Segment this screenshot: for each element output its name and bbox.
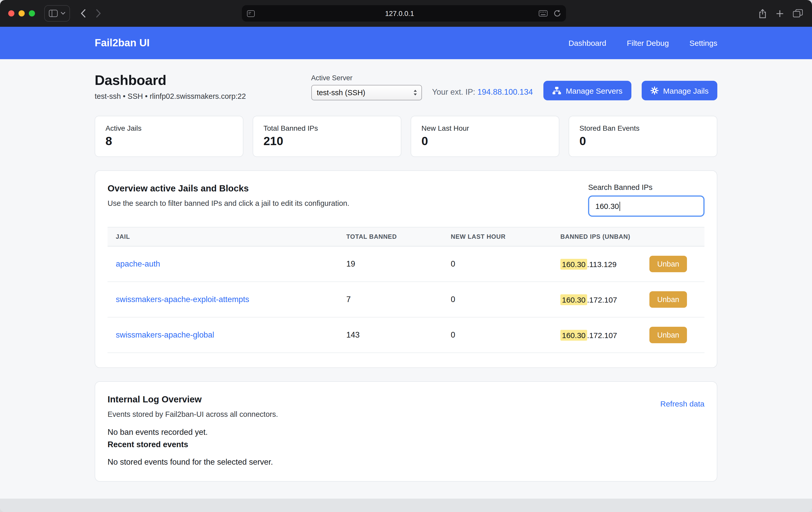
table-row: apache-auth 19 0 160.30.113.129 Unban xyxy=(108,247,704,282)
page-header: Dashboard test-ssh • SSH • rlinfp02.swis… xyxy=(95,73,717,100)
minimize-window-button[interactable] xyxy=(19,10,25,17)
ip-match-highlight: 160.30 xyxy=(560,330,587,340)
stat-value: 210 xyxy=(263,134,390,148)
new-last-hour-value: 0 xyxy=(451,259,560,268)
app-brand[interactable]: Fail2ban UI xyxy=(95,37,149,49)
nav-link-settings[interactable]: Settings xyxy=(690,38,717,47)
column-header-banned-ips: BANNED IPS (UNBAN) xyxy=(560,233,704,240)
text-caret xyxy=(619,201,620,211)
new-last-hour-value: 0 xyxy=(451,295,560,304)
chevron-down-icon xyxy=(61,12,65,15)
reload-icon[interactable] xyxy=(554,10,561,17)
table-row: swissmakers-apache-global 143 0 160.30.1… xyxy=(108,317,704,353)
column-header-total-banned: TOTAL BANNED xyxy=(346,233,451,240)
sidebar-icon xyxy=(49,10,58,17)
stat-card-total-banned: Total Banned IPs 210 xyxy=(253,116,401,157)
log-subtitle: Events stored by Fail2ban-UI across all … xyxy=(108,410,278,418)
manage-jails-button[interactable]: Manage Jails xyxy=(641,81,717,100)
stat-label: Active Jails xyxy=(106,124,233,132)
manage-servers-button[interactable]: Manage Servers xyxy=(543,81,631,100)
url-text: 127.0.0.1 xyxy=(260,9,539,17)
zoom-window-button[interactable] xyxy=(29,10,35,17)
tabs-overview-icon[interactable] xyxy=(793,9,803,18)
select-arrows-icon xyxy=(413,89,417,96)
new-last-hour-value: 0 xyxy=(451,330,560,340)
column-header-new-last-hour: NEW LAST HOUR xyxy=(451,233,560,240)
stat-card-active-jails: Active Jails 8 xyxy=(95,116,243,157)
app-navbar: Fail2ban UI Dashboard Filter Debug Setti… xyxy=(0,27,812,59)
stat-card-stored-ban-events: Stored Ban Events 0 xyxy=(569,116,717,157)
browser-chrome: 127.0.0.1 xyxy=(0,0,812,27)
jail-link[interactable]: swissmakers-apache-exploit-attempts xyxy=(116,295,249,304)
banned-ip: 160.30.113.129 xyxy=(560,260,616,268)
stat-label: Stored Ban Events xyxy=(579,124,706,132)
stat-value: 8 xyxy=(106,134,233,148)
active-server-select[interactable]: test-ssh (SSH) xyxy=(311,85,422,100)
browser-window: 127.0.0.1 xyxy=(0,0,812,512)
search-input-value: 160.30 xyxy=(596,202,619,210)
stat-value: 0 xyxy=(422,134,549,148)
ip-rest: .113.129 xyxy=(587,260,617,268)
forward-button[interactable] xyxy=(91,6,106,21)
jail-link[interactable]: apache-auth xyxy=(116,259,160,268)
ip-rest: .172.107 xyxy=(587,295,617,304)
back-button[interactable] xyxy=(75,6,91,21)
stat-label: New Last Hour xyxy=(422,124,549,132)
external-ip-label: Your ext. IP: xyxy=(432,87,475,96)
refresh-data-link[interactable]: Refresh data xyxy=(660,399,704,408)
search-banned-ips-input[interactable]: 160.30 xyxy=(588,196,704,217)
external-ip: Your ext. IP: 194.88.100.134 xyxy=(432,87,533,97)
unban-button[interactable]: Unban xyxy=(650,291,687,308)
close-window-button[interactable] xyxy=(8,10,14,17)
active-server-label: Active Server xyxy=(311,74,422,82)
unban-button[interactable]: Unban xyxy=(650,256,687,272)
no-ban-events-text: No ban events recorded yet. xyxy=(108,428,704,437)
total-banned-value: 143 xyxy=(346,330,451,340)
search-banned-ips-label: Search Banned IPs xyxy=(588,183,704,192)
new-tab-icon[interactable] xyxy=(776,9,784,17)
column-header-jail: JAIL xyxy=(108,233,346,240)
gear-icon xyxy=(650,86,658,95)
stats-row: Active Jails 8 Total Banned IPs 210 New … xyxy=(95,116,717,157)
sidebar-toggle-button[interactable] xyxy=(44,5,70,22)
internal-log-card: Internal Log Overview Events stored by F… xyxy=(95,381,717,482)
total-banned-value: 7 xyxy=(346,295,451,304)
share-icon[interactable] xyxy=(758,8,767,18)
screen: 127.0.0.1 xyxy=(0,0,812,512)
ip-rest: .172.107 xyxy=(587,331,617,339)
nav-link-filter-debug[interactable]: Filter Debug xyxy=(627,38,669,47)
manage-servers-label: Manage Servers xyxy=(566,86,622,95)
external-ip-value[interactable]: 194.88.100.134 xyxy=(477,87,533,96)
ip-match-highlight: 160.30 xyxy=(560,259,587,269)
active-server-value: test-ssh (SSH) xyxy=(317,88,413,97)
overview-subtitle: Use the search to filter banned IPs and … xyxy=(108,199,349,207)
page-title: Dashboard xyxy=(95,73,246,88)
chrome-right-controls xyxy=(758,0,803,27)
nav-links: Dashboard Filter Debug Settings xyxy=(568,38,717,47)
stat-card-new-last-hour: New Last Hour 0 xyxy=(411,116,559,157)
unban-button[interactable]: Unban xyxy=(650,327,687,343)
page: Dashboard test-ssh • SSH • rlinfp02.swis… xyxy=(0,59,812,499)
no-stored-events-text: No stored events found for the selected … xyxy=(108,457,704,467)
address-bar[interactable]: 127.0.0.1 xyxy=(242,5,566,22)
jails-table: JAIL TOTAL BANNED NEW LAST HOUR BANNED I… xyxy=(108,227,704,353)
page-settings-icon[interactable] xyxy=(247,10,260,17)
stat-label: Total Banned IPs xyxy=(263,124,390,132)
banned-ip: 160.30.172.107 xyxy=(560,331,617,339)
jails-overview-card: Overview active Jails and Blocks Use the… xyxy=(95,170,717,368)
overview-title: Overview active Jails and Blocks xyxy=(108,183,349,194)
recent-stored-events-title: Recent stored events xyxy=(108,440,704,449)
window-bottom-edge xyxy=(0,499,812,512)
nav-link-dashboard[interactable]: Dashboard xyxy=(568,38,606,47)
keyboard-icon[interactable] xyxy=(539,10,548,17)
table-row: swissmakers-apache-exploit-attempts 7 0 … xyxy=(108,282,704,317)
page-subtitle: test-ssh • SSH • rlinfp02.swissmakers.co… xyxy=(95,92,246,100)
manage-jails-label: Manage Jails xyxy=(663,86,708,95)
log-title: Internal Log Overview xyxy=(108,394,278,405)
traffic-lights xyxy=(8,10,35,17)
jail-link[interactable]: swissmakers-apache-global xyxy=(116,330,214,339)
table-header-row: JAIL TOTAL BANNED NEW LAST HOUR BANNED I… xyxy=(108,227,704,247)
banned-ip: 160.30.172.107 xyxy=(560,295,617,304)
total-banned-value: 19 xyxy=(346,259,451,268)
ip-match-highlight: 160.30 xyxy=(560,294,587,305)
